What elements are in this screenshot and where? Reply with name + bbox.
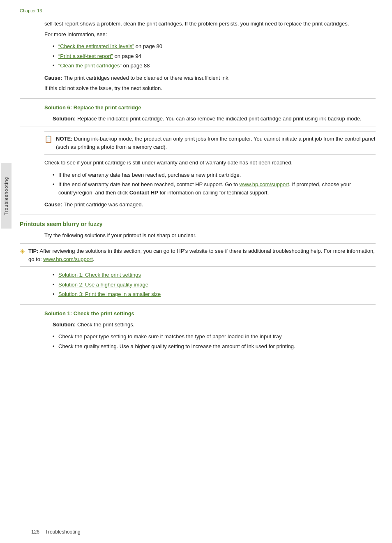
solution6-check-warranty: Check to see if your print cartridge is … [44, 159, 376, 167]
link-suffix-1: on page 94 [113, 53, 141, 59]
top-para1: self-test report shows a problem, clean … [44, 20, 376, 28]
top-link-list: “Check the estimated ink levels” on page… [53, 42, 376, 70]
divider-1 [20, 98, 376, 99]
list-item: “Print a self-test report” on page 94 [53, 52, 376, 60]
tip-support-link[interactable]: www.hp.com/support [43, 256, 93, 262]
footer-label: Troubleshooting [45, 529, 81, 535]
printouts-link-2[interactable]: Solution 2: Use a higher quality image [58, 282, 148, 288]
warranty-bullet-1: If the end of warranty date has been rea… [58, 172, 241, 178]
hp-support-link[interactable]: www.hp.com/support [240, 181, 289, 187]
solution1-bullet-1: Check the paper type setting to make sur… [58, 333, 283, 340]
link-self-test[interactable]: “Print a self-test report” [58, 53, 113, 59]
top-cause-label: Cause: [44, 75, 62, 81]
list-item: If the end of warranty date has not been… [53, 180, 376, 196]
note-body: During ink-backup mode, the product can … [56, 136, 375, 150]
warranty-para: Check to see if your print cartridge is … [44, 159, 376, 167]
solution1-bullet-2: Check the quality setting. Use a higher … [58, 343, 295, 349]
solution6-label: Solution: [53, 116, 76, 122]
solution1-text: Check the print settings. [76, 321, 134, 328]
printouts-link-3[interactable]: Solution 3: Print the image in a smaller… [58, 291, 161, 297]
note-label: NOTE: [56, 136, 72, 142]
solution1-body: Solution: Check the print settings. [53, 321, 376, 329]
list-item: “Clean the print cartridges” on page 88 [53, 62, 376, 70]
sidebar-strip: Troubleshooting [1, 163, 12, 229]
divider-note-top [20, 127, 376, 127]
printouts-header: Printouts seem blurry or fuzzy [20, 221, 376, 227]
solution1-label: Solution: [53, 321, 76, 328]
list-item: Solution 2: Use a higher quality image [53, 281, 376, 289]
printouts-intro: Try the following solutions if your prin… [44, 231, 376, 240]
list-item: Check the paper type setting to make sur… [53, 333, 376, 341]
tip-box: ✳ TIP: After reviewing the solutions in … [20, 243, 376, 267]
divider-2 [20, 215, 376, 215]
solution6-bullets: If the end of warranty date has been rea… [53, 171, 376, 197]
solution1-bullets: Check the paper type setting to make sur… [53, 333, 376, 350]
solution6-cause: Cause: The print cartridge was damaged. [44, 201, 376, 209]
link-check-ink[interactable]: “Check the estimated ink levels” [58, 43, 134, 49]
link-suffix-2: on page 88 [122, 62, 150, 69]
top-paragraph: self-test report shows a problem, clean … [44, 20, 376, 38]
solution6-cause-label: Cause: [44, 201, 62, 208]
solution1-header: Solution 1: Check the print settings [44, 310, 376, 317]
list-item: Solution 1: Check the print settings [53, 271, 376, 279]
note-box: 📋 NOTE: During ink-backup mode, the prod… [44, 131, 376, 155]
link-suffix-0: on page 80 [134, 43, 162, 49]
solution6-header: Solution 6: Replace the print cartridge [44, 104, 376, 111]
printouts-intro-text: Try the following solutions if your prin… [44, 231, 376, 240]
list-item: Check the quality setting. Use a higher … [53, 342, 376, 351]
solution6-body: Solution: Replace the indicated print ca… [53, 115, 376, 123]
top-if-not-solved: If this did not solve the issue, try the… [44, 84, 376, 92]
top-cause: Cause: The print cartridges needed to be… [44, 74, 376, 82]
list-item: “Check the estimated ink levels” on page… [53, 42, 376, 51]
list-item: Solution 3: Print the image in a smaller… [53, 290, 376, 298]
solution6-text: Replace the indicated print cartridge. Y… [76, 116, 361, 122]
sidebar: Troubleshooting [0, 0, 12, 543]
chapter-header: Chapter 13 [20, 8, 376, 13]
page-number: 126 [31, 529, 39, 535]
sidebar-label: Troubleshooting [4, 177, 9, 215]
tip-period: . [93, 256, 95, 262]
top-para2: For more information, see: [44, 30, 376, 39]
main-content: Chapter 13 self-test report shows a prob… [12, 0, 392, 543]
tip-text: TIP: After reviewing the solutions in th… [28, 247, 376, 263]
solution6-cause-text: The print cartridge was damaged. [62, 201, 143, 208]
contact-hp-bold: Contact HP [129, 189, 158, 196]
printouts-link-list: Solution 1: Check the print settings Sol… [53, 271, 376, 298]
divider-3 [20, 304, 376, 305]
tip-icon: ✳ [20, 247, 25, 255]
list-item: If the end of warranty date has been rea… [53, 171, 376, 179]
link-clean-cartridges[interactable]: “Clean the print cartridges” [58, 62, 122, 69]
printouts-link-1[interactable]: Solution 1: Check the print settings [58, 272, 141, 278]
top-cause-text: The print cartridges needed to be cleane… [62, 75, 230, 81]
tip-label: TIP: [28, 248, 39, 254]
note-text: NOTE: During ink-backup mode, the produc… [56, 135, 376, 151]
note-icon: 📋 [44, 135, 53, 143]
page-footer: 126 Troubleshooting [23, 529, 392, 535]
